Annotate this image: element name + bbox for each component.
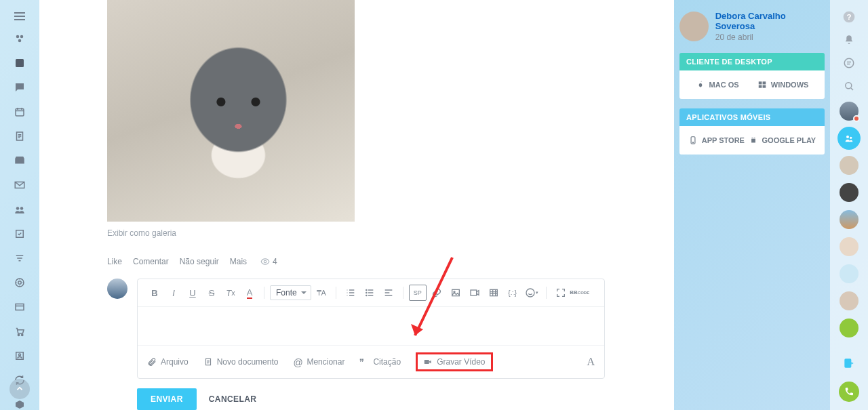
editor-toolbar: B I U S Tx A Fonte ₸A SP {∴} ▾ [138, 279, 604, 307]
user-date: 20 de abril [715, 33, 825, 42]
contact-avatar-3[interactable] [840, 156, 859, 175]
nav-workgroups-icon[interactable] [13, 203, 26, 216]
apple-icon [696, 80, 705, 89]
googleplay-label: GOOGLE PLAY [762, 136, 816, 144]
contact-avatar-7[interactable] [840, 264, 859, 283]
svg-point-40 [846, 83, 852, 89]
help-icon[interactable]: ? [842, 9, 856, 24]
bbcode-button[interactable]: BBCODE [571, 285, 589, 301]
contact-avatar-5[interactable] [840, 210, 859, 229]
editor-textarea[interactable] [138, 307, 604, 345]
nav-crm-icon[interactable] [13, 276, 26, 289]
font-size-button[interactable]: ₸A [313, 285, 330, 301]
nav-tasks-icon[interactable] [13, 228, 26, 240]
nav-box-icon[interactable] [13, 398, 26, 410]
download-googleplay-button[interactable]: GOOGLE PLAY [749, 136, 816, 145]
emoji-button[interactable]: ▾ [523, 285, 540, 301]
clear-format-button[interactable]: Tx [222, 285, 239, 301]
desktop-panel-header: CLIENTE DE DESKTOP [679, 53, 825, 70]
download-mac-button[interactable]: MAC OS [696, 80, 739, 89]
link-button[interactable] [428, 285, 446, 301]
notes-icon[interactable] [842, 56, 856, 70]
nav-mail-icon[interactable] [13, 179, 26, 191]
svg-rect-30 [759, 85, 762, 88]
cancel-button[interactable]: CANCELAR [209, 394, 257, 404]
nav-doc-icon[interactable] [13, 130, 26, 142]
spoiler-button[interactable]: SP [409, 285, 427, 301]
nav-filter-icon[interactable] [13, 252, 26, 264]
quote-button[interactable]: ❞ Citação [359, 357, 401, 367]
new-doc-label: Novo documento [217, 357, 279, 367]
font-select[interactable]: Fonte [270, 285, 311, 300]
contact-avatar-9[interactable] [840, 319, 859, 337]
appstore-label: APP STORE [702, 136, 745, 144]
italic-button[interactable]: I [165, 285, 182, 301]
send-button[interactable]: ENVIAR [137, 388, 197, 410]
attach-file-button[interactable]: Arquivo [147, 357, 189, 367]
download-windows-button[interactable]: WINDOWS [757, 80, 809, 89]
bell-icon[interactable] [842, 33, 856, 47]
toggle-toolbar-button[interactable]: A [587, 356, 595, 368]
scroll-up-button[interactable] [9, 379, 30, 399]
user-avatar[interactable] [679, 12, 709, 41]
svg-rect-4 [16, 109, 24, 117]
svg-rect-29 [762, 81, 766, 84]
code-button[interactable]: {∴} [504, 285, 521, 301]
ordered-list-button[interactable] [342, 285, 359, 301]
download-appstore-button[interactable]: APP STORE [688, 136, 745, 145]
nav-cart-icon[interactable] [13, 325, 26, 337]
menu-icon[interactable] [13, 12, 26, 20]
underline-button[interactable]: U [184, 285, 201, 301]
svg-point-13 [18, 334, 19, 335]
contact-avatar-2[interactable] [840, 129, 859, 148]
contact-avatar-1[interactable] [840, 102, 859, 121]
nav-logo-icon[interactable] [13, 33, 26, 45]
align-button[interactable] [380, 285, 397, 301]
mention-label: Mencionar [307, 357, 344, 367]
attach-bar: Arquivo Novo documento @ Mencionar ❞ Cit… [138, 345, 604, 378]
svg-point-1 [20, 35, 24, 39]
image-button[interactable] [447, 285, 465, 301]
comment-avatar [107, 279, 127, 299]
record-video-button[interactable]: Gravar Vídeo [416, 352, 492, 371]
table-button[interactable] [485, 285, 502, 301]
rail-tab-icon[interactable] [839, 353, 859, 373]
text-color-button[interactable]: A [241, 285, 258, 301]
contact-avatar-8[interactable] [840, 291, 859, 310]
search-icon[interactable] [842, 79, 856, 94]
strike-button[interactable]: S [203, 285, 220, 301]
document-icon [203, 357, 213, 367]
user-box: Debora Carvalho Soverosa 20 de abril [679, 11, 825, 42]
unordered-list-button[interactable] [361, 285, 378, 301]
at-icon: @ [293, 357, 302, 367]
nav-calendar-icon[interactable] [13, 106, 26, 118]
user-name[interactable]: Debora Carvalho Soverosa [715, 11, 825, 31]
more-link[interactable]: Mais [230, 257, 247, 266]
call-button[interactable] [839, 382, 859, 402]
nav-window-icon[interactable] [13, 301, 26, 313]
post-actions: Like Comentar Não seguir Mais 4 [107, 257, 654, 266]
comment-editor: B I U S Tx A Fonte ₸A SP {∴} ▾ [137, 279, 605, 379]
phone-icon [688, 136, 698, 145]
nav-stream-icon[interactable] [13, 57, 26, 69]
svg-point-33 [692, 142, 693, 143]
bold-button[interactable]: B [146, 285, 163, 301]
mention-button[interactable]: @ Mencionar [293, 357, 344, 367]
gallery-link[interactable]: Exibir como galeria [107, 228, 654, 238]
contact-avatar-6[interactable] [840, 237, 859, 256]
right-column: Debora Carvalho Soverosa 20 de abril CLI… [674, 0, 830, 175]
video-button[interactable] [466, 285, 484, 301]
nav-contacts-icon[interactable] [13, 350, 26, 362]
nav-drive-icon[interactable] [13, 155, 26, 167]
post-image[interactable] [107, 0, 355, 222]
like-link[interactable]: Like [107, 257, 122, 266]
svg-point-25 [526, 289, 534, 297]
new-doc-button[interactable]: Novo documento [203, 357, 279, 367]
fullscreen-button[interactable] [552, 285, 570, 301]
contact-avatar-4[interactable] [840, 183, 859, 202]
nav-chat-icon[interactable] [13, 81, 26, 94]
unfollow-link[interactable]: Não seguir [180, 257, 219, 266]
comment-link[interactable]: Comentar [133, 257, 169, 266]
svg-rect-43 [844, 358, 851, 367]
camera-icon [423, 357, 433, 367]
